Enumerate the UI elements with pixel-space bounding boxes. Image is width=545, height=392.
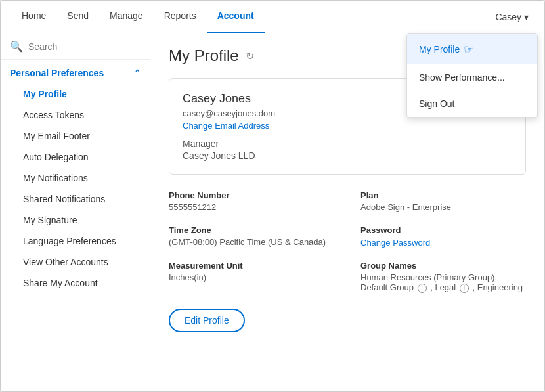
timezone-value: (GMT-08:00) Pacific Time (US & Canada) <box>169 237 334 247</box>
sidebar-section-personal: Personal Preferences ⌃ My Profile Access… <box>1 60 150 296</box>
group-engineering: , Engineering <box>472 282 523 292</box>
phone-value: 5555551212 <box>169 202 334 212</box>
sidebar-section-header[interactable]: Personal Preferences ⌃ <box>10 68 141 78</box>
profile-role: Manager <box>183 139 512 149</box>
group-names-label: Group Names <box>360 261 526 271</box>
phone-detail: Phone Number 5555551212 <box>169 190 334 212</box>
plan-value: Adobe Sign - Enterprise <box>360 202 526 212</box>
search-input[interactable] <box>28 41 141 52</box>
details-grid: Phone Number 5555551212 Plan Adobe Sign … <box>169 190 526 293</box>
user-dropdown-menu: My Profile ☞ Show Performance... Sign Ou… <box>406 33 538 118</box>
sidebar-item-view-other-accounts[interactable]: View Other Accounts <box>10 251 141 272</box>
cursor-icon: ☞ <box>464 42 474 56</box>
group-primary-info-icon[interactable]: i <box>418 284 427 293</box>
refresh-icon[interactable]: ↻ <box>246 50 254 62</box>
sidebar-item-email-footer[interactable]: My Email Footer <box>10 125 141 146</box>
sidebar-item-my-notifications[interactable]: My Notifications <box>10 167 141 188</box>
nav-manage[interactable]: Manage <box>99 1 154 33</box>
nav-user-menu[interactable]: Casey ▾ <box>490 12 534 22</box>
dropdown-sign-out-label: Sign Out <box>419 98 454 109</box>
dropdown-my-profile-label: My Profile <box>419 44 460 54</box>
profile-company: Casey Jones LLD <box>183 150 512 161</box>
chevron-up-icon: ⌃ <box>134 68 141 77</box>
timezone-detail: Time Zone (GMT-08:00) Pacific Time (US &… <box>169 225 334 248</box>
sidebar-item-language-prefs[interactable]: Language Preferences <box>10 230 141 251</box>
app-window: Home Send Manage Reports Account Casey ▾… <box>0 0 545 392</box>
timezone-label: Time Zone <box>169 225 334 235</box>
dropdown-show-performance-label: Show Performance... <box>419 72 505 83</box>
dropdown-item-show-performance[interactable]: Show Performance... <box>407 64 537 91</box>
dropdown-item-sign-out[interactable]: Sign Out <box>407 91 537 117</box>
sidebar-item-my-profile[interactable]: My Profile <box>10 83 141 104</box>
group-legal-info-icon[interactable]: i <box>460 284 469 293</box>
top-nav: Home Send Manage Reports Account Casey ▾ <box>1 1 544 33</box>
plan-detail: Plan Adobe Sign - Enterprise <box>360 190 526 212</box>
nav-send[interactable]: Send <box>56 1 99 33</box>
sidebar-item-access-tokens[interactable]: Access Tokens <box>10 104 141 125</box>
nav-reports[interactable]: Reports <box>154 1 207 33</box>
page-title: My Profile <box>169 47 239 65</box>
sidebar-item-shared-notifications[interactable]: Shared Notifications <box>10 188 141 209</box>
sidebar-item-share-my-account[interactable]: Share My Account <box>10 272 141 294</box>
phone-label: Phone Number <box>169 190 334 200</box>
password-detail: Password Change Password <box>360 225 526 248</box>
plan-label: Plan <box>360 190 526 200</box>
change-password-link[interactable]: Change Password <box>360 238 430 248</box>
sidebar-search-bar: 🔍 <box>1 33 150 60</box>
group-legal: , Legal <box>430 282 456 292</box>
nav-home[interactable]: Home <box>11 1 56 33</box>
measurement-detail: Measurement Unit Inches(in) <box>169 261 334 293</box>
edit-profile-button[interactable]: Edit Profile <box>169 309 245 332</box>
sidebar-item-my-signature[interactable]: My Signature <box>10 209 141 230</box>
sidebar: 🔍 Personal Preferences ⌃ My Profile Acce… <box>1 33 150 391</box>
sidebar-item-auto-delegation[interactable]: Auto Delegation <box>10 146 141 167</box>
sidebar-section-label: Personal Preferences <box>10 68 104 78</box>
group-names-detail: Group Names Human Resources (Primary Gro… <box>360 261 526 293</box>
password-label: Password <box>360 225 526 235</box>
search-icon: 🔍 <box>10 40 23 53</box>
group-names-value: Human Resources (Primary Group), Default… <box>360 272 526 293</box>
dropdown-item-my-profile[interactable]: My Profile ☞ <box>407 34 537 64</box>
change-email-link[interactable]: Change Email Address <box>183 121 512 131</box>
measurement-label: Measurement Unit <box>169 261 334 271</box>
nav-account[interactable]: Account <box>207 1 265 33</box>
measurement-value: Inches(in) <box>169 272 334 282</box>
